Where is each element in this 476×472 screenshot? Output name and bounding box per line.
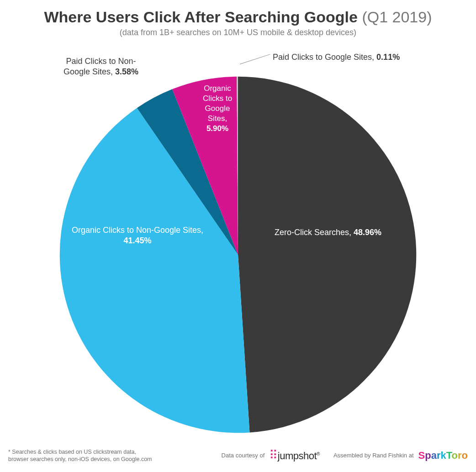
slice-label-paid-google: Paid Clicks to Google Sites, 0.11% [273,52,437,63]
chart-title-paren: (Q1 2019) [362,8,432,26]
chart-header: Where Users Click After Searching Google… [0,0,476,40]
slice-label-paid-nongoogle: Paid Clicks to Non-Google Sites, 3.58% [55,56,147,78]
chart-title: Where Users Click After Searching Google… [9,8,467,26]
pie-slice [238,77,416,433]
footnote: * Searches & clicks based on US clickstr… [8,448,152,463]
chart-subtitle: (data from 1B+ searches on 10M+ US mobil… [9,28,467,37]
credit-jumpshot: Data courtesy of ⠿jumpshot® [222,448,320,462]
chart-footer: * Searches & clicks based on US clickstr… [0,444,476,472]
slice-label-organic-google: Organic Clicks to Google Sites, 5.90% [192,84,243,134]
sparktoro-logo: SparkToro [418,450,468,462]
credit-sparktoro: Assembled by Rand Fishkin at SparkToro [333,450,468,462]
slice-label-zero-click: Zero-Click Searches, 48.96% [275,227,439,238]
pie-chart: Zero-Click Searches, 48.96% Organic Clic… [10,40,466,424]
chart-title-bold: Where Users Click After Searching Google [44,8,358,26]
leader-line-paid-google [240,54,270,64]
slice-label-organic-nongoogle: Organic Clicks to Non-Google Sites, 41.4… [55,225,220,246]
jumpshot-logo: ⠿jumpshot® [269,448,320,462]
